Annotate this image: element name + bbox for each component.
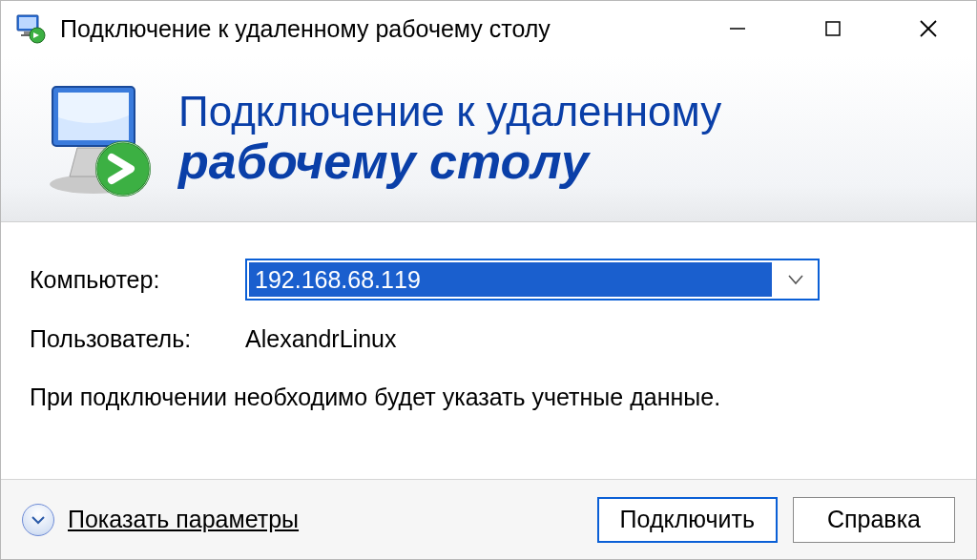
computer-row: Компьютер: bbox=[30, 259, 947, 301]
close-button[interactable] bbox=[881, 1, 976, 56]
svg-rect-1 bbox=[19, 17, 36, 29]
svg-rect-6 bbox=[826, 22, 840, 35]
maximize-button[interactable] bbox=[785, 1, 881, 56]
credentials-hint: При подключении необходимо будет указать… bbox=[30, 382, 755, 414]
footer: Показать параметры Подключить Справка bbox=[1, 479, 976, 559]
user-label: Пользователь: bbox=[30, 325, 245, 353]
connect-button[interactable]: Подключить bbox=[597, 497, 778, 543]
show-options-label: Показать параметры bbox=[68, 506, 299, 533]
rdp-app-icon bbox=[14, 12, 47, 45]
body-area: Компьютер: Пользователь: AlexandrLinux П… bbox=[1, 222, 976, 479]
user-row: Пользователь: AlexandrLinux bbox=[30, 325, 947, 353]
user-value: AlexandrLinux bbox=[245, 325, 396, 353]
expand-down-icon bbox=[22, 504, 54, 536]
header-banner: Подключение к удаленному рабочему столу bbox=[1, 56, 976, 222]
show-options-toggle[interactable]: Показать параметры bbox=[22, 504, 582, 536]
header-line2: рабочему столу bbox=[178, 135, 721, 188]
titlebar: Подключение к удаленному рабочему столу bbox=[1, 1, 976, 56]
computer-input[interactable] bbox=[249, 262, 772, 297]
rdp-window: Подключение к удаленному рабочему столу bbox=[0, 0, 977, 560]
header-text: Подключение к удаленному рабочему столу bbox=[178, 90, 721, 188]
computer-combo[interactable] bbox=[245, 259, 820, 301]
computer-label: Компьютер: bbox=[30, 266, 245, 294]
help-button[interactable]: Справка bbox=[793, 497, 955, 543]
minimize-button[interactable] bbox=[690, 1, 785, 56]
chevron-down-icon[interactable] bbox=[774, 260, 818, 299]
header-line1: Подключение к удаленному bbox=[178, 90, 721, 134]
rdp-large-icon bbox=[39, 77, 163, 201]
window-title: Подключение к удаленному рабочему столу bbox=[60, 15, 690, 43]
window-controls bbox=[690, 1, 976, 56]
